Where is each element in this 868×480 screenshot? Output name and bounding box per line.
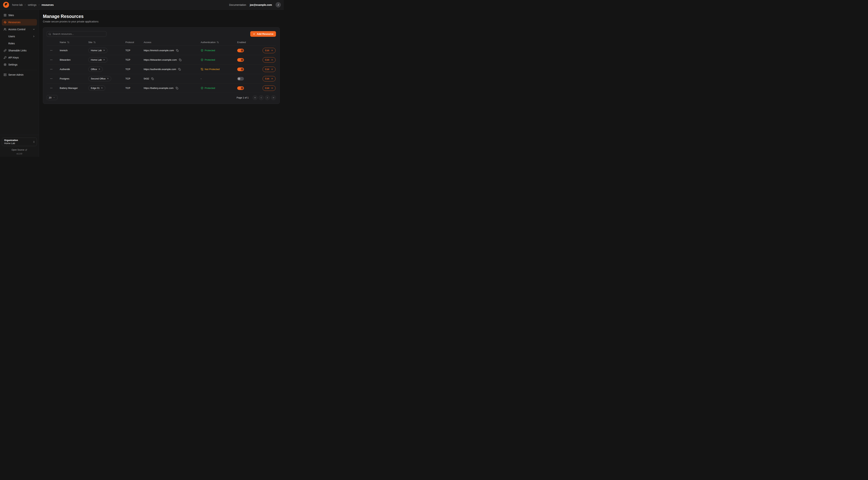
edit-label: Edit [265,49,269,52]
breadcrumb-settings[interactable]: settings [28,3,36,6]
site-link[interactable]: Home Lab [88,57,107,62]
copy-icon[interactable] [178,68,181,71]
chevron-down-icon [53,96,55,99]
arrow-right-icon [271,78,273,80]
last-page-button[interactable] [271,95,276,100]
sidebar-divider [2,70,36,70]
enabled-toggle[interactable] [237,77,244,81]
site-name: Office [91,68,97,70]
sidebar-item-resources[interactable]: Resources [2,19,37,26]
copy-icon[interactable] [151,77,154,80]
search-input[interactable] [47,31,106,37]
edit-button[interactable]: Edit [262,67,276,72]
site-name: Edge 01 [91,87,99,89]
sort-authentication-header[interactable]: Authentication [201,41,237,43]
main-content: Manage Resources Create secure proxies t… [39,10,284,157]
edit-label: Edit [265,87,269,89]
site-link[interactable]: Edge 01 [88,85,105,91]
sidebar-item-access-control[interactable]: Access Control [2,26,37,33]
chevron-right-icon [38,4,40,6]
sidebar-item-roles[interactable]: Roles [2,40,37,47]
avatar[interactable]: J [276,2,281,7]
chevrons-up-down-icon [33,141,35,143]
auth-status-cell: Protected [201,87,237,89]
version-label: v1.3.0 [2,153,37,155]
edit-button[interactable]: Edit [262,57,276,63]
page-size-select[interactable]: 20 [47,95,57,100]
breadcrumb-org[interactable]: home-lab [12,3,23,6]
add-resource-label: Add Resource [257,33,273,35]
arrow-up-right-icon [103,59,105,61]
edit-button[interactable]: Edit [262,48,276,53]
page-subtitle: Create secure proxies to your private ap… [43,20,280,23]
copy-icon[interactable] [175,87,179,90]
prev-page-button[interactable] [259,95,264,100]
auth-status-label: Protected [205,87,215,89]
copy-icon[interactable] [179,58,182,62]
shield-check-icon [201,58,204,61]
app-logo-icon[interactable] [3,2,9,8]
next-page-button[interactable] [265,95,270,100]
resource-name: Authentik [60,68,88,70]
organization-selector[interactable]: Organization Home Lab [2,138,37,146]
sidebar-item-sites[interactable]: Sites [2,12,37,19]
sidebar-item-api-keys[interactable]: API Keys [2,54,37,61]
arrow-right-icon [271,49,273,52]
sidebar-item-label: Resources [8,21,21,24]
auth-status-cell: Not Protected [201,68,237,70]
first-page-button[interactable] [253,95,257,100]
site-link[interactable]: Office [88,67,103,72]
sort-name-header[interactable]: Name [60,41,88,43]
external-link-icon [25,149,27,151]
enabled-toggle[interactable] [237,49,244,52]
documentation-link[interactable]: Documentation [229,3,246,6]
edit-button[interactable]: Edit [262,76,276,82]
copy-icon[interactable] [176,49,179,52]
sidebar-item-server-admin[interactable]: Server Admin [2,71,37,78]
add-resource-button[interactable]: Add Resource [250,31,276,37]
auth-status-label: Protected [205,49,215,52]
edit-button[interactable]: Edit [262,85,276,91]
sidebar-item-users[interactable]: Users [2,33,37,40]
page-size-value: 20 [49,96,52,99]
row-menu-button[interactable] [49,86,53,90]
organization-label: Organization [4,139,32,142]
enabled-header: Enabled [237,41,262,43]
users-icon [4,28,6,31]
edit-label: Edit [265,68,269,70]
topbar: home-lab settings resources Documentatio… [0,0,284,10]
row-menu-button[interactable] [49,67,53,71]
table-row: Battery Manager Edge 01 TCP https://batt… [47,84,276,93]
auth-status-label: - [201,77,202,80]
auth-status-cell: Protected [201,49,237,52]
sidebar: Sites Resources Access Control Users Rol [0,10,39,157]
card-footer: 20 Page 1 of 1 [47,95,276,100]
protocol-value: TCP [125,49,144,52]
sort-site-header[interactable]: Site [88,41,125,43]
site-link[interactable]: Second Office [88,76,111,81]
table-header: Name Site Protocol Access [47,39,276,46]
arrow-right-icon [271,59,273,61]
arrow-up-right-icon [101,87,103,89]
user-email[interactable]: joe@example.com [250,3,272,6]
chevron-down-icon [33,28,35,31]
auth-status-label: Protected [205,58,215,61]
enabled-toggle[interactable] [237,58,244,62]
row-menu-button[interactable] [49,58,53,62]
site-link[interactable]: Home Lab [88,48,107,53]
open-source-link[interactable]: Open Source [2,149,37,151]
open-source-label: Open Source [11,149,24,151]
sidebar-item-label: Server Admin [8,73,24,76]
resources-card: Add Resource Name Site [43,27,280,104]
sidebar-item-shareable-links[interactable]: Shareable Links [2,47,37,54]
page-title: Manage Resources [43,14,280,19]
edit-label: Edit [265,77,269,80]
plus-icon [253,33,255,35]
enabled-toggle[interactable] [237,67,244,71]
row-menu-button[interactable] [49,48,53,53]
sidebar-item-settings[interactable]: Settings [2,61,37,68]
table-row: Authentik Office TCP https://authentik.e… [47,65,276,74]
protocol-value: TCP [125,87,144,89]
row-menu-button[interactable] [49,77,53,81]
enabled-toggle[interactable] [237,86,244,90]
